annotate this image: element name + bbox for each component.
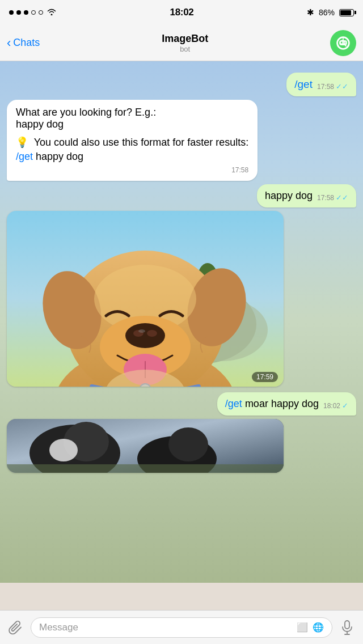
- emoji-icon: 🌐: [313, 622, 324, 633]
- svg-point-21: [147, 330, 157, 337]
- bot-icon: [335, 35, 351, 51]
- status-left: [9, 7, 57, 18]
- msg-time-2: 17:58: [231, 166, 248, 174]
- message-outgoing-5: /get moar happy dog 18:02 ✓: [217, 392, 356, 416]
- lightbulb-hint: 💡 You could also use this format for fas…: [16, 136, 248, 149]
- bot-avatar-button[interactable]: [330, 30, 356, 56]
- svg-point-32: [168, 427, 208, 461]
- messages-list: /get 17:58 ✓✓ What are you looking for? …: [0, 61, 363, 477]
- bluetooth-icon: ✱: [307, 7, 314, 18]
- message-image-4: 17:59: [7, 211, 284, 387]
- battery-fill: [340, 10, 351, 15]
- dot4: [31, 10, 36, 15]
- message-image-6: [7, 419, 284, 473]
- dot1: [9, 10, 14, 15]
- message-input-field[interactable]: Message ⬜ 🌐: [31, 617, 332, 638]
- msg-meta-5: 18:02 ✓: [323, 401, 348, 410]
- dot2: [16, 10, 21, 15]
- chat-subtitle: bot: [162, 45, 208, 53]
- msg-time-3: 17:58: [317, 194, 334, 202]
- battery-icon: [339, 9, 354, 16]
- message-outgoing-3: happy dog 17:58 ✓✓: [257, 184, 356, 207]
- back-chevron-icon: ‹: [7, 37, 11, 49]
- get-command-5: /get: [225, 398, 242, 409]
- chat-title: ImageBot: [162, 33, 208, 45]
- status-right: ✱ 86%: [307, 7, 354, 18]
- mic-icon: [340, 620, 354, 635]
- msg-text-1: /get: [294, 78, 313, 91]
- msg-text-2: What are you looking for? E.g.:happy dog: [16, 107, 248, 130]
- msg-meta-row-2: 17:58: [16, 166, 248, 174]
- input-bar: Message ⬜ 🌐: [0, 610, 363, 644]
- attach-icon: [9, 620, 23, 635]
- message-outgoing-1: /get 17:58 ✓✓: [286, 73, 356, 96]
- svg-rect-33: [7, 464, 284, 473]
- img-timestamp-4: 17:59: [252, 372, 278, 382]
- msg-meta-1: 17:58 ✓✓: [317, 82, 348, 91]
- signal-dots: [9, 10, 43, 15]
- msg-meta-3: 17:58 ✓✓: [317, 193, 348, 202]
- nav-bar: ‹ Chats ImageBot bot: [0, 25, 363, 61]
- svg-point-22: [138, 329, 145, 333]
- msg-text-5: /get moar happy dog: [225, 398, 319, 410]
- dog-svg: [7, 211, 284, 387]
- input-icons: ⬜ 🌐: [297, 622, 324, 633]
- msg-time-5: 18:02: [323, 402, 340, 410]
- nav-center: ImageBot bot: [162, 33, 208, 53]
- msg-text-5b: moar happy dog: [245, 398, 319, 409]
- svg-point-3: [341, 41, 343, 43]
- check-mark-3: ✓✓: [336, 193, 348, 202]
- dog-image: [7, 211, 284, 387]
- status-time: 18:02: [170, 7, 193, 18]
- battery-percent: 86%: [319, 8, 335, 17]
- back-button[interactable]: ‹ Chats: [7, 37, 40, 49]
- svg-point-30: [49, 439, 78, 461]
- check-mark-5: ✓: [342, 401, 348, 410]
- msg-time-1: 17:58: [317, 83, 334, 91]
- check-mark-1: ✓✓: [336, 82, 348, 91]
- message-incoming-2: What are you looking for? E.g.:happy dog…: [7, 100, 258, 181]
- attach-button[interactable]: [6, 617, 26, 638]
- get-command-1: /get: [294, 78, 313, 90]
- msg-text-3: happy dog: [265, 190, 313, 202]
- dog-image-2: [7, 419, 284, 473]
- sticker-icon: ⬜: [297, 622, 308, 633]
- svg-point-19: [125, 323, 165, 348]
- mic-button[interactable]: [337, 617, 357, 638]
- dog-svg-2: [7, 419, 284, 473]
- svg-rect-34: [345, 621, 349, 629]
- dot5: [39, 10, 43, 15]
- message-placeholder: Message: [39, 622, 292, 633]
- wifi-icon: [47, 7, 57, 18]
- get-cmd-hint: /get: [16, 151, 33, 162]
- format-hint: /get happy dog: [16, 151, 248, 163]
- chat-area: /get 17:58 ✓✓ What are you looking for? …: [0, 61, 363, 583]
- status-bar: 18:02 ✱ 86%: [0, 0, 363, 25]
- dot3: [24, 10, 28, 15]
- back-label: Chats: [13, 37, 40, 49]
